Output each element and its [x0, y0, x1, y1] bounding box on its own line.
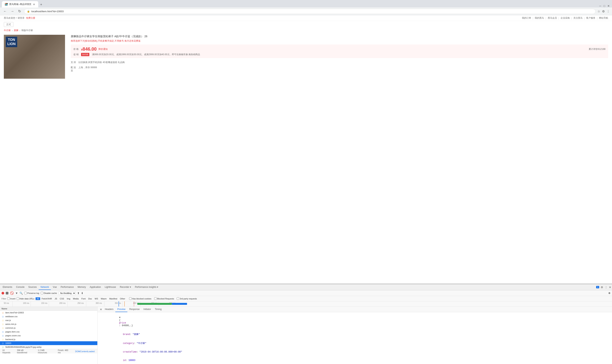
follow-link[interactable]: 关注黑马 [573, 16, 583, 20]
preview-json-content: ▼ { price : 84600,…} brand: "唐狮" categor… [97, 312, 612, 364]
tab-application[interactable]: Application [88, 285, 103, 290]
file-row-selected[interactable]: ◻ 10003 [0, 341, 97, 345]
tab-network[interactable]: Network [39, 285, 51, 290]
invert-checkbox[interactable]: Invert [7, 297, 15, 300]
jiagou-button[interactable]: 加价购 [81, 53, 89, 56]
file-row[interactable]: ◻ 5b860864N6bfd95db.jpg!q70.jpg.webp [0, 345, 97, 349]
json-root-line: ▼ { price : 84600,…} [100, 313, 610, 330]
preserve-log-label: Preserve log [27, 292, 39, 294]
throttle-select[interactable]: No throttling Fast 3G Slow 3G Offline [58, 291, 76, 295]
preview-tab-initiator[interactable]: Initiator [141, 307, 153, 312]
my-orders-link[interactable]: 我的订单 [522, 16, 531, 20]
settings-icon[interactable]: ⚙ [601, 286, 603, 289]
filter-all[interactable]: All [36, 297, 40, 300]
preview-tab-preview[interactable]: Preview [115, 307, 127, 312]
filter-fetch-xhr[interactable]: Fetch/XHR [41, 297, 53, 300]
stop-button[interactable] [6, 292, 8, 295]
filter-ws[interactable]: WS [94, 297, 99, 300]
blocked-requests-label: Blocked Requests [157, 298, 174, 300]
back-button[interactable]: ← [2, 9, 8, 14]
my-hema-link[interactable]: 我的黑马 [535, 16, 544, 20]
sitemap-link[interactable]: 网站导航 [599, 16, 608, 20]
filter-other[interactable]: Other [119, 297, 126, 300]
filter-font[interactable]: Font [80, 297, 87, 300]
bookmark-star-icon[interactable]: ☆ [598, 10, 600, 13]
file-row[interactable]: ◻ item.html?id=10003 [0, 311, 97, 314]
file-row[interactable]: ◻ webbase.css [0, 314, 97, 318]
minimize-icon[interactable]: ─ [599, 4, 601, 7]
file-row[interactable]: ◻ pages-item.css [0, 330, 97, 334]
tl-300: 300 ms [96, 302, 102, 304]
filter-img[interactable]: Img [66, 297, 71, 300]
preserve-log-checkbox[interactable]: Preserve log [24, 292, 39, 294]
third-party-checkbox[interactable]: 3rd-party requests [177, 297, 197, 300]
address-bar[interactable]: 🔒 localhost/item.html?id=10003 [24, 9, 596, 14]
preview-tab-headers[interactable]: Headers [103, 307, 115, 312]
tab-performance-insights[interactable]: Performance insights ▾ [133, 285, 160, 290]
tab-memory[interactable]: Memory [76, 285, 88, 290]
extensions-icon[interactable]: ⚙ [602, 10, 605, 13]
price-notify-link[interactable]: 降价通知 [98, 48, 108, 51]
tab-close-button[interactable]: ✕ [33, 3, 35, 6]
filter-doc[interactable]: Doc [87, 297, 93, 300]
promo-row: 促 销 加价购 满999.00另加20.00元、成满1999.00另加30.00… [73, 53, 606, 56]
tab-sources[interactable]: Sources [26, 285, 39, 290]
filter-icon[interactable]: ▼ [15, 292, 18, 295]
filter-css[interactable]: CSS [59, 297, 65, 300]
filter-manifest[interactable]: Manifest [108, 297, 119, 300]
more-options-icon[interactable]: ⋮ [605, 286, 607, 289]
has-blocked-checkbox[interactable]: Has blocked cookies [129, 297, 152, 300]
blocked-requests-checkbox[interactable]: Blocked Requests [154, 297, 174, 300]
enterprise-link[interactable]: 企业采购 [561, 16, 570, 20]
maximize-icon[interactable]: □ [604, 4, 605, 7]
hide-data-urls-checkbox[interactable]: Hide data URLs [17, 297, 34, 300]
import-icon[interactable]: ⬆ [77, 292, 80, 295]
vip-link[interactable]: 黑马会员 [548, 16, 557, 20]
preview-tab-response[interactable]: Response [127, 307, 141, 312]
close-preview-button[interactable]: ✕ [99, 307, 103, 312]
collapse-root[interactable]: ▼ [119, 316, 121, 319]
breadcrumb-tongshu[interactable]: 唐狮 [14, 29, 18, 32]
new-tab-button[interactable]: + [39, 2, 44, 7]
clear-button[interactable]: 🚫 [10, 291, 14, 295]
file-row[interactable]: ◻ axios.min.js [0, 322, 97, 326]
disable-cache-checkbox[interactable]: Disable cache [41, 292, 57, 294]
filter-js[interactable]: JS [54, 297, 58, 300]
preview-tab-timing[interactable]: Timing [153, 307, 164, 312]
file-row[interactable]: ◻ vue.js [0, 318, 97, 322]
filter-media[interactable]: Media [72, 297, 80, 300]
forward-button[interactable]: → [10, 9, 15, 14]
filter-wasm[interactable]: Wasm [100, 297, 108, 300]
service-link[interactable]: 客户服务 [586, 16, 595, 20]
main-area: 黑马欢迎您！请登录 免费注册 我的订单 | 我的黑马 | 黑马会员 | 企业采购… [0, 15, 612, 364]
price-number: 846.00 [83, 46, 97, 52]
delivery-row: 配 送 至 上海，库存 99999 [71, 65, 608, 73]
currency-symbol: ¥ [81, 48, 83, 51]
tab-elements[interactable]: Elements [1, 285, 14, 290]
status-button[interactable]: 正式 [4, 22, 14, 27]
tab-vue[interactable]: Vue [51, 285, 59, 290]
menu-icon[interactable]: ⋮ [607, 10, 610, 13]
file-row[interactable]: ◻ pages-zoom.css [0, 334, 97, 338]
devtools-header-icons: 1 ⚙ ⋮ ✕ [596, 286, 611, 289]
tab-console[interactable]: Console [14, 285, 26, 290]
file-row[interactable]: ◻ common.js [0, 326, 97, 330]
file-row[interactable]: ◻ backend.js [0, 338, 97, 341]
record-button[interactable] [1, 292, 4, 295]
close-window-icon[interactable]: ✕ [607, 4, 610, 7]
tab-recorder[interactable]: Recorder ▾ [118, 285, 133, 290]
file-icon-css: ◻ [1, 315, 4, 318]
tab-performance[interactable]: Performance [59, 285, 76, 290]
breadcrumb-jeans[interactable]: 牛仔裤 [4, 29, 11, 32]
export-icon[interactable]: ⬇ [81, 292, 83, 295]
refresh-button[interactable]: ↻ [17, 9, 22, 14]
dom-content-loaded-link[interactable]: DOMContentLoaded: [75, 350, 95, 352]
active-tab[interactable]: 🏪 黑马商城--商品详情页 ✕ [2, 1, 38, 7]
file-list: Name ◻ item.html?id=10003 ◻ webbase.css … [0, 307, 97, 364]
devtools-align-icon[interactable]: ⚙ [608, 292, 611, 295]
search-icon[interactable]: 🔍 [19, 292, 23, 295]
register-link[interactable]: 免费注册 [26, 16, 35, 20]
tab-lighthouse[interactable]: Lighthouse [103, 285, 118, 290]
close-devtools-icon[interactable]: ✕ [609, 286, 611, 289]
browser-window: 🏪 黑马商城--商品详情页 ✕ + ─ □ ✕ ← → ↻ 🔒 localhos… [0, 0, 612, 364]
